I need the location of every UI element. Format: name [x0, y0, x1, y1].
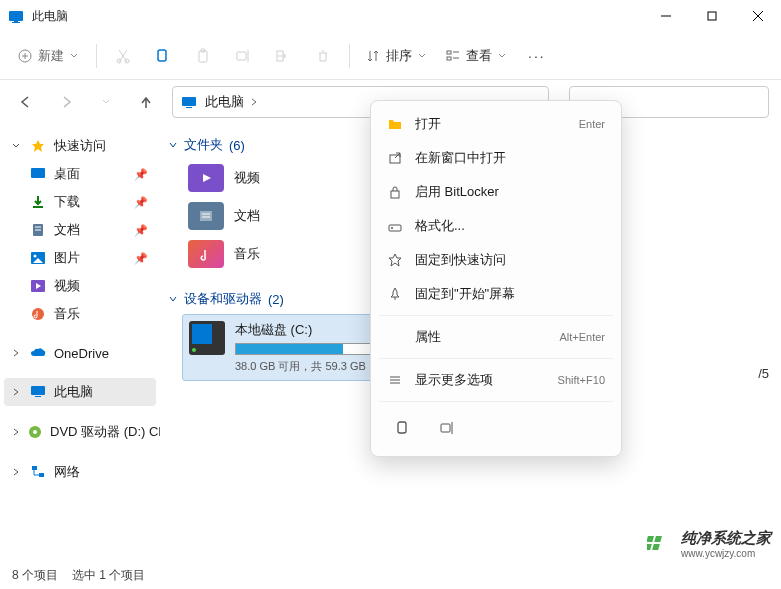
chevron-down-icon — [168, 294, 178, 304]
new-button[interactable]: 新建 — [8, 41, 88, 71]
svg-point-35 — [32, 308, 44, 320]
ctx-format[interactable]: 格式化... — [377, 209, 615, 243]
ctx-open[interactable]: 打开Enter — [377, 107, 615, 141]
forward-button[interactable] — [52, 88, 80, 116]
ctx-bitlocker[interactable]: 启用 BitLocker — [377, 175, 615, 209]
sidebar-item-documents[interactable]: 文档📌 — [4, 216, 156, 244]
pc-icon — [30, 384, 46, 400]
svg-point-31 — [34, 255, 37, 258]
chevron-down-icon — [418, 52, 426, 60]
breadcrumb[interactable]: 此电脑 — [205, 93, 258, 111]
context-menu: 打开Enter 在新窗口中打开 启用 BitLocker 格式化... 固定到快… — [370, 100, 622, 457]
svg-rect-1 — [14, 21, 18, 22]
drive-icon — [189, 321, 225, 355]
sidebar-onedrive[interactable]: OneDrive — [4, 340, 156, 366]
sidebar-dvd[interactable]: DVD 驱动器 (D:) CP — [4, 418, 156, 446]
star-icon — [30, 138, 46, 154]
chevron-down-icon — [12, 142, 20, 150]
status-selected: 选中 1 个项目 — [72, 567, 145, 584]
ctx-copy-button[interactable] — [385, 412, 421, 444]
disc-icon — [28, 424, 42, 440]
copy-button[interactable] — [145, 38, 181, 74]
sidebar-thispc[interactable]: 此电脑 — [4, 378, 156, 406]
svg-rect-13 — [199, 51, 207, 62]
music-folder-icon — [188, 240, 224, 268]
ctx-pin-start[interactable]: 固定到"开始"屏幕 — [377, 277, 615, 311]
close-button[interactable] — [735, 0, 781, 32]
more-button[interactable]: ··· — [518, 42, 556, 70]
ctx-pin-quick[interactable]: 固定到快速访问 — [377, 243, 615, 277]
svg-rect-58 — [654, 536, 662, 542]
pin-icon — [387, 286, 403, 302]
ctx-properties[interactable]: 属性Alt+Enter — [377, 320, 615, 354]
svg-rect-4 — [708, 12, 716, 20]
svg-rect-43 — [200, 211, 212, 221]
svg-marker-25 — [32, 140, 44, 152]
star-icon — [387, 252, 403, 268]
new-window-icon — [387, 150, 403, 166]
svg-rect-54 — [398, 422, 406, 433]
sidebar-item-videos[interactable]: 视频 — [4, 272, 156, 300]
svg-marker-50 — [389, 254, 401, 266]
new-label: 新建 — [38, 47, 64, 65]
svg-rect-2 — [12, 22, 20, 23]
menu-icon — [387, 372, 403, 388]
cloud-icon — [30, 345, 46, 361]
svg-rect-15 — [237, 52, 246, 60]
minimize-button[interactable] — [643, 0, 689, 32]
watermark-logo — [647, 532, 675, 556]
svg-rect-59 — [647, 544, 652, 550]
delete-button[interactable] — [305, 38, 341, 74]
sidebar-item-pictures[interactable]: 图片📌 — [4, 244, 156, 272]
svg-rect-23 — [182, 97, 196, 106]
pin-icon: 📌 — [134, 168, 148, 181]
ctx-more[interactable]: 显示更多选项Shift+F10 — [377, 363, 615, 397]
sidebar-item-downloads[interactable]: 下载📌 — [4, 188, 156, 216]
svg-rect-46 — [390, 155, 400, 163]
pin-icon: 📌 — [134, 252, 148, 265]
sort-button[interactable]: 排序 — [358, 41, 434, 71]
svg-rect-37 — [35, 396, 41, 397]
status-bar: 8 个项目 选中 1 个项目 — [0, 561, 781, 589]
rename-button[interactable] — [225, 38, 261, 74]
ctx-action-row — [377, 406, 615, 450]
svg-rect-40 — [32, 466, 37, 470]
sort-label: 排序 — [386, 47, 412, 65]
svg-point-10 — [117, 59, 121, 63]
network-icon — [30, 464, 46, 480]
svg-rect-41 — [39, 473, 44, 477]
sidebar-network[interactable]: 网络 — [4, 458, 156, 486]
svg-rect-48 — [389, 225, 401, 231]
back-button[interactable] — [12, 88, 40, 116]
sidebar: 快速访问 桌面📌 下载📌 文档📌 图片📌 视频 音乐 OneDrive 此电脑 … — [0, 124, 160, 561]
svg-rect-19 — [447, 57, 451, 60]
svg-point-39 — [33, 430, 37, 434]
ctx-new-window[interactable]: 在新窗口中打开 — [377, 141, 615, 175]
document-folder-icon — [188, 202, 224, 230]
cut-button[interactable] — [105, 38, 141, 74]
maximize-button[interactable] — [689, 0, 735, 32]
plus-circle-icon — [18, 49, 32, 63]
up-button[interactable] — [132, 88, 160, 116]
sidebar-item-desktop[interactable]: 桌面📌 — [4, 160, 156, 188]
svg-rect-24 — [186, 107, 192, 108]
pc-icon — [181, 95, 197, 109]
svg-marker-42 — [203, 174, 211, 182]
paste-button[interactable] — [185, 38, 221, 74]
sidebar-quick-access[interactable]: 快速访问 — [4, 132, 156, 160]
ctx-rename-button[interactable] — [429, 412, 465, 444]
chevron-right-icon — [12, 428, 20, 436]
chevron-right-icon — [12, 468, 20, 476]
recent-button[interactable] — [92, 88, 120, 116]
download-icon — [30, 194, 46, 210]
folder-open-icon — [387, 116, 403, 132]
share-button[interactable] — [265, 38, 301, 74]
view-button[interactable]: 查看 — [438, 41, 514, 71]
chevron-right-icon — [12, 349, 20, 357]
sort-icon — [366, 49, 380, 63]
svg-rect-0 — [9, 11, 23, 21]
view-label: 查看 — [466, 47, 492, 65]
sidebar-item-music[interactable]: 音乐 — [4, 300, 156, 328]
svg-rect-57 — [647, 536, 654, 542]
view-icon — [446, 49, 460, 63]
